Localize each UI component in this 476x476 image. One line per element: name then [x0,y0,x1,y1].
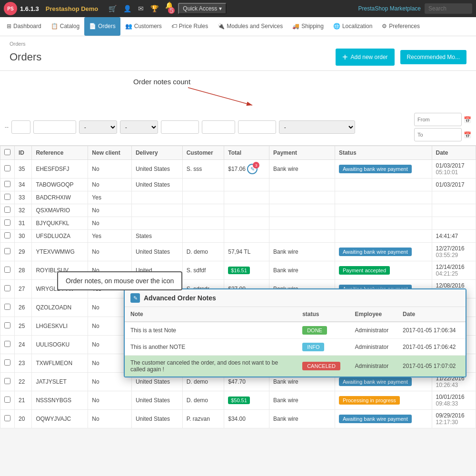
row-id: 25 [15,317,32,336]
row-checkbox[interactable] [4,322,10,328]
table-row[interactable]: 29 YTEXVWMWG No United States D. demo 57… [0,243,476,261]
row-checkbox[interactable] [4,378,10,384]
logo-icon: PS [4,2,17,15]
sidebar-item-catalog[interactable]: 📋 Catalog [46,17,84,36]
table-row[interactable]: 34 TABOWGOQP No United States 01/03/2017 [0,178,476,191]
filter-id[interactable] [11,120,30,134]
row-checkbox[interactable] [4,248,10,254]
col-header-total: Total [224,146,269,160]
user-icon[interactable]: 👤 [123,5,131,12]
catalog-icon: 📋 [51,23,58,30]
row-new-client: Yes [88,230,132,243]
notes-icon-wrapper[interactable]: ✎ 3 [247,164,258,174]
row-ref: TXWFLMEON [32,354,88,373]
filter-new-client[interactable]: - [79,120,117,134]
note-status-badge: INFO [302,343,324,351]
row-ref: YTEXVWMWG [32,243,88,261]
row-ref: LHGESKVLI [32,317,88,336]
table-row[interactable]: 31 BJYQUKFKL No [0,217,476,230]
select-all-checkbox[interactable] [4,149,10,155]
row-date [432,217,476,230]
row-checkbox[interactable] [4,359,10,366]
add-new-order-button[interactable]: + Add new order [336,49,395,66]
row-checkbox[interactable] [4,285,10,291]
row-checkbox[interactable] [4,415,10,421]
date-from-input[interactable] [414,113,462,126]
row-checkbox-cell [0,191,15,204]
table-row[interactable]: 35 EHESFDSFJ No United States S. sss $17… [0,160,476,178]
recommended-label: Recommended Mo... [407,54,460,60]
row-delivery [131,204,182,217]
quick-access-button[interactable]: Quick Access ▾ [178,3,226,14]
sidebar-item-orders[interactable]: 📄 Orders [84,17,120,36]
menu-label-catalog: Catalog [60,23,79,30]
filter-customer[interactable] [161,120,199,134]
row-ref: BJYQUKFKL [32,217,88,230]
row-new-client: No [88,243,132,261]
row-checkbox[interactable] [4,341,10,347]
sidebar-item-modules[interactable]: 🔌 Modules and Services [213,17,288,36]
row-total [224,217,269,230]
row-checkbox[interactable] [4,267,10,273]
cart-icon[interactable]: 🛒 [109,5,117,12]
calendar-to-icon[interactable]: 📅 [464,131,471,139]
row-status: Payment accepted [335,261,432,280]
row-checkbox[interactable] [4,304,10,310]
filter-status[interactable]: - [279,120,355,134]
row-checkbox[interactable] [4,181,10,187]
filter-delivery[interactable]: - [120,120,158,134]
table-row[interactable]: 30 UFSDLUOZA Yes States 14:41:47 [0,230,476,243]
sidebar-item-dashboard[interactable]: ⊞ Dashboard [2,17,46,36]
recommended-button[interactable]: Recommended Mo... [400,50,466,64]
row-new-client: No [88,178,132,191]
table-row[interactable]: 32 QSXMAVRIO No [0,204,476,217]
trophy-icon[interactable]: 🏆 [150,5,159,12]
row-status [335,230,432,243]
sidebar-item-preferences[interactable]: ⚙ Preferences [377,17,425,36]
row-new-client: No [88,204,132,217]
logo: PS 1.6.1.3 [4,2,39,15]
notifications-icon[interactable]: 🔔 5 [165,1,173,16]
search-input[interactable] [425,3,472,14]
row-id: 32 [15,204,32,217]
row-total [224,191,269,204]
row-customer: S. sdfdf [182,261,224,280]
row-checkbox[interactable] [4,194,10,200]
row-payment [269,191,335,204]
row-checkbox-cell [0,261,15,280]
menu-label-localization: Localization [342,23,372,30]
calendar-from-icon[interactable]: 📅 [464,116,471,123]
marketplace-link[interactable]: PrestaShop Marketplace [358,5,421,12]
sidebar-item-shipping[interactable]: 🚚 Shipping [288,17,328,36]
row-checkbox[interactable] [4,219,10,226]
row-checkbox[interactable] [4,207,10,213]
sidebar-item-customers[interactable]: 👥 Customers [120,17,167,36]
filter-payment[interactable] [238,120,276,134]
total-badge: $16.51 [228,267,250,274]
col-header-status: Status [335,146,432,160]
sidebar-item-localization[interactable]: 🌐 Localization [328,17,377,36]
row-customer: D. demo [182,391,224,410]
row-checkbox-cell [0,160,15,178]
menu-label-customers: Customers [134,23,162,30]
table-row[interactable]: 20 OQWYJVAJC No United States P. razvan … [0,410,476,428]
row-checkbox[interactable] [4,397,10,403]
row-ref: BADCRHXIW [32,191,88,204]
filter-ref[interactable] [33,120,76,134]
filter-total[interactable] [202,120,235,134]
table-row[interactable]: 21 NSSSNYBGS No United States D. demo $5… [0,391,476,410]
table-row[interactable]: 33 BADCRHXIW Yes [0,191,476,204]
menu-label-dashboard: Dashboard [13,23,41,30]
note-status-badge: CANCELED [302,362,340,370]
mail-icon[interactable]: ✉ [138,5,144,12]
row-delivery: States [131,230,182,243]
dashboard-icon: ⊞ [7,23,11,30]
row-checkbox[interactable] [4,232,10,238]
status-badge: Processing in progress [339,396,400,405]
page-header: Orders Orders + Add new order Recommende… [0,36,476,71]
page-title: Orders [10,51,41,63]
row-total [224,230,269,243]
row-checkbox[interactable] [4,165,10,171]
sidebar-item-price-rules[interactable]: 🏷 Price Rules [167,17,213,36]
date-to-input[interactable] [414,128,462,141]
